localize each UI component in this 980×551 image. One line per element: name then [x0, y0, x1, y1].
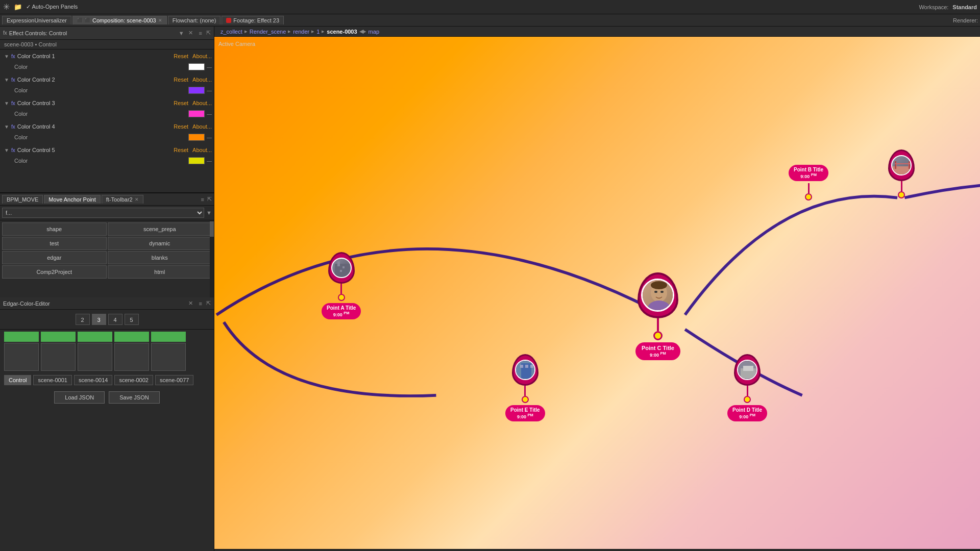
color-swatch-5[interactable]	[188, 157, 205, 164]
edgar-tab-4[interactable]: 4	[108, 314, 122, 325]
ec-scroll-area[interactable]: ▼ fx Color Control 1 Reset About... Colo…	[0, 49, 214, 192]
btn-dynamic[interactable]: dynamic	[108, 237, 212, 250]
tab-composition[interactable]: ⬛ ⬛ Composition: scene-0003 ✕	[72, 16, 167, 24]
tab-flowchart[interactable]: Flowchart: (none)	[168, 16, 221, 24]
tab-expression-universalizer[interactable]: ExpressionUniversalizer	[2, 16, 71, 24]
tab-move-anchor[interactable]: Move Anchor Point	[44, 195, 100, 204]
expand-icon[interactable]: ▼	[4, 101, 9, 106]
dropdown-arrow-icon[interactable]: ▼	[179, 30, 184, 36]
expand-icon[interactable]: ▼	[4, 54, 9, 59]
breadcrumb-map[interactable]: map	[366, 29, 381, 35]
color-label: Color	[14, 111, 188, 117]
auto-open-panels[interactable]: ✓ Auto-Open Panels	[26, 4, 78, 10]
bpm-arrow-icon[interactable]: ⇱	[207, 196, 212, 203]
cc-name: Color Control 1	[17, 53, 174, 59]
btn-test[interactable]: test	[2, 237, 107, 250]
svg-rect-22	[337, 261, 340, 266]
color-swatch-3[interactable]	[188, 110, 205, 117]
edgar-tab-3[interactable]: 3	[92, 314, 106, 325]
about-button[interactable]: About...	[192, 100, 212, 106]
breadcrumb-z-collect[interactable]: z_collect	[218, 29, 244, 35]
breadcrumb-1[interactable]: 1	[314, 29, 322, 35]
reset-button[interactable]: Reset	[174, 53, 188, 59]
swatch-bottom-2[interactable]	[41, 343, 76, 371]
swatch-top-4[interactable]	[114, 332, 149, 342]
edgar-menu-icon[interactable]: ≡	[199, 300, 202, 307]
left-panel: fx Effect Controls: Control ▼ ✕ ≡ ⇱ scen…	[0, 27, 214, 551]
about-button[interactable]: About...	[192, 123, 212, 130]
ec-menu-icon[interactable]: ≡	[199, 30, 202, 36]
pin-photo-d	[737, 360, 757, 380]
breadcrumb-render[interactable]: render	[291, 29, 311, 35]
swatch-top-1[interactable]	[4, 332, 39, 342]
color-swatch-1[interactable]	[188, 63, 205, 70]
ec-close-icon[interactable]: ✕	[188, 30, 193, 36]
bpm-scrollbar[interactable]	[210, 220, 214, 297]
swatch-bottom-3[interactable]	[78, 343, 112, 371]
btn-html[interactable]: html	[108, 265, 212, 279]
about-button[interactable]: About...	[192, 77, 212, 83]
tab-ft-toolbar[interactable]: ft-Toolbar2 ✕	[102, 195, 143, 204]
red-dot-icon	[226, 18, 231, 23]
edgar-tab-2[interactable]: 2	[76, 314, 90, 325]
btn-blanks[interactable]: blanks	[108, 251, 212, 264]
comp-icon: ⬛	[77, 18, 83, 23]
expand-icon[interactable]: ▼	[4, 77, 9, 83]
load-json-button[interactable]: Load JSON	[54, 391, 105, 404]
edgar-close-icon[interactable]: ✕	[188, 300, 193, 307]
btn-edgar[interactable]: edgar	[2, 251, 107, 264]
about-button[interactable]: About...	[192, 53, 212, 59]
folder-icon[interactable]: 📁	[14, 3, 22, 11]
btn-scene-prepa[interactable]: scene_prepa	[108, 222, 212, 236]
swatch-top-5[interactable]	[151, 332, 186, 342]
pin-dot-a	[338, 294, 345, 301]
scene-btn-0077[interactable]: scene-0077	[155, 375, 194, 385]
bpm-menu-icon[interactable]: ≡	[201, 196, 204, 203]
scene-btn-0001[interactable]: scene-0001	[33, 375, 72, 385]
scene-btn-0014[interactable]: scene-0014	[74, 375, 113, 385]
bpm-select[interactable]: f...	[2, 208, 204, 218]
ft-close-icon[interactable]: ✕	[135, 197, 139, 202]
scene-btn-0002[interactable]: scene-0002	[114, 375, 153, 385]
reset-button[interactable]: Reset	[174, 123, 188, 130]
save-json-button[interactable]: Save JSON	[109, 391, 159, 404]
svg-rect-23	[342, 266, 345, 268]
reset-button[interactable]: Reset	[174, 77, 188, 83]
edgar-title: Edgar-Color-Editor	[3, 300, 186, 307]
pin-golden-gate	[888, 149, 915, 198]
tab-close-icon[interactable]: ✕	[158, 18, 162, 23]
about-button[interactable]: About...	[192, 147, 212, 153]
swatch-bottom-1[interactable]	[4, 343, 39, 371]
tab-footage[interactable]: Footage: Effect 23	[222, 16, 284, 24]
breadcrumb-render-scene[interactable]: Render_scene	[248, 29, 288, 35]
color-control-5: ▼ fx Color Control 5 Reset About... Colo…	[0, 143, 214, 167]
swatch-bottom-4[interactable]	[114, 343, 149, 371]
swatch-top-2[interactable]	[41, 332, 76, 342]
breadcrumb-scene-0003[interactable]: scene-0003	[325, 29, 359, 35]
bpm-dropdown-icon[interactable]: ▼	[206, 210, 212, 216]
reset-button[interactable]: Reset	[174, 147, 188, 153]
pin-circle-gg	[888, 149, 915, 181]
pin-point-d: Point D Title9:00 PM	[727, 354, 767, 421]
tab-bpm-move[interactable]: BPM_MOVE	[2, 195, 43, 204]
main-layout: fx Effect Controls: Control ▼ ✕ ≡ ⇱ scen…	[0, 27, 980, 551]
edgar-tab-5[interactable]: 5	[125, 314, 139, 325]
pin-label-e: Point E Title9:00 PM	[505, 405, 545, 421]
swatch-top-3[interactable]	[78, 332, 112, 342]
chain-icon: —	[207, 158, 212, 164]
breadcrumb-arrow-icon[interactable]: ◀	[359, 28, 363, 35]
ec-arrow-icon[interactable]: ⇱	[206, 30, 211, 36]
swatch-bottom-5[interactable]	[151, 343, 186, 371]
expand-icon[interactable]: ▼	[4, 124, 9, 130]
scene-btn-control[interactable]: Control	[4, 375, 31, 385]
color-swatch-2[interactable]	[188, 87, 205, 94]
expand-icon[interactable]: ▼	[4, 147, 9, 153]
pin-circle-c	[638, 272, 678, 318]
color-swatch-4[interactable]	[188, 134, 205, 141]
fx-badge: fx	[11, 101, 15, 106]
btn-comp2project[interactable]: Comp2Project	[2, 265, 107, 279]
color-label: Color	[14, 134, 188, 140]
edgar-arrow-icon[interactable]: ⇱	[206, 300, 211, 307]
reset-button[interactable]: Reset	[174, 100, 188, 106]
btn-shape[interactable]: shape	[2, 222, 107, 236]
